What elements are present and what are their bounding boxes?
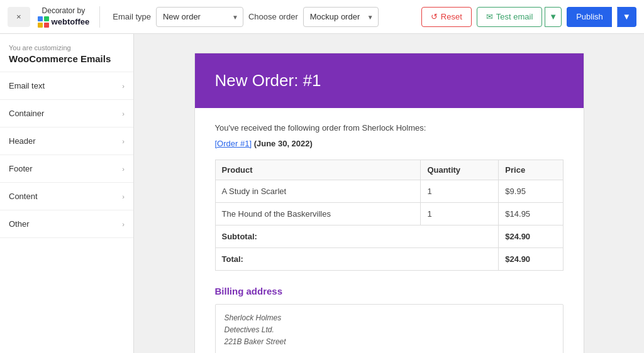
total-label: Total:: [215, 248, 499, 271]
billing-address-box: Sherlock HolmesDetectives Ltd.221B Baker…: [215, 304, 564, 353]
email-preview: New Order: #1 You've received the follow…: [194, 53, 584, 353]
topbar-controls: Email type New order Processing order Co…: [113, 7, 378, 27]
total-row: Total: $24.90: [215, 248, 563, 271]
sidebar-item-container[interactable]: Container ›: [0, 100, 133, 128]
email-type-select[interactable]: New order Processing order Completed ord…: [156, 7, 243, 27]
test-email-label: Test email: [496, 12, 533, 21]
email-type-select-wrapper: New order Processing order Completed ord…: [156, 7, 243, 27]
billing-title: Billing address: [215, 286, 564, 296]
billing-address: Sherlock HolmesDetectives Ltd.221B Baker…: [225, 313, 286, 346]
topbar: × Decorator by webtoffee Email type New …: [0, 0, 644, 34]
email-header-title: New Order: #1: [215, 71, 564, 90]
chevron-right-icon: ›: [122, 110, 125, 117]
reset-icon: [431, 12, 438, 21]
chevron-right-icon: ›: [122, 82, 125, 90]
sidebar-title: WooCommerce Emails: [9, 53, 125, 64]
sidebar-item-container-label: Container: [9, 109, 44, 118]
cell-product: A Study in Scarlet: [215, 180, 421, 203]
subtotal-label: Subtotal:: [215, 225, 499, 248]
close-button[interactable]: ×: [8, 7, 30, 27]
table-row: A Study in Scarlet 1 $9.95: [215, 180, 563, 203]
publish-dropdown-button[interactable]: ▼: [617, 7, 636, 27]
cell-quantity: 1: [421, 180, 499, 203]
choose-order-select[interactable]: Mockup order: [303, 7, 379, 27]
table-header-quantity: Quantity: [421, 160, 499, 180]
sidebar-subtitle: You are customizing: [9, 44, 125, 52]
cell-quantity: 1: [421, 203, 499, 225]
sidebar-item-footer[interactable]: Footer ›: [0, 155, 133, 183]
chevron-right-icon: ›: [122, 138, 125, 145]
order-date: (June 30, 2022): [254, 139, 313, 148]
test-email-button[interactable]: Test email: [477, 7, 543, 27]
sidebar-item-other-label: Other: [9, 219, 30, 229]
logo-icon: [38, 16, 49, 28]
subtotal-row: Subtotal: $24.90: [215, 225, 563, 248]
choose-order-select-wrapper: Mockup order ▼: [303, 7, 379, 27]
email-header-banner: New Order: #1: [195, 53, 584, 108]
brand: Decorator by webtoffee: [38, 6, 101, 28]
sidebar-item-content[interactable]: Content ›: [0, 183, 133, 210]
chevron-right-icon: ›: [122, 165, 125, 173]
subtotal-value: $24.90: [499, 225, 563, 248]
table-header-price: Price: [499, 160, 563, 180]
brand-logo: webtoffee: [38, 16, 90, 28]
email-type-label: Email type: [113, 12, 151, 21]
topbar-right: Reset Test email ▼ Publish ▼: [421, 7, 636, 27]
email-greeting: You've received the following order from…: [215, 123, 564, 133]
order-table: Product Quantity Price A Study in Scarle…: [215, 160, 564, 271]
sidebar: You are customizing WooCommerce Emails E…: [0, 34, 134, 353]
sidebar-item-other[interactable]: Other ›: [0, 210, 133, 238]
order-link[interactable]: [Order #1]: [215, 139, 252, 148]
brand-title: Decorator by: [42, 6, 86, 15]
email-order-link: [Order #1] (June 30, 2022): [215, 139, 564, 148]
reset-button[interactable]: Reset: [421, 7, 472, 27]
cell-product: The Hound of the Baskervilles: [215, 203, 421, 225]
sidebar-item-header-label: Header: [9, 136, 36, 146]
publish-label: Publish: [576, 12, 603, 21]
sidebar-item-footer-label: Footer: [9, 164, 33, 173]
brand-name: webtoffee: [52, 17, 90, 26]
table-header-product: Product: [215, 160, 421, 180]
sidebar-item-email-text-label: Email text: [9, 81, 45, 90]
sidebar-item-content-label: Content: [9, 192, 38, 201]
publish-arrow-icon: ▼: [623, 12, 631, 21]
sidebar-item-header[interactable]: Header ›: [0, 128, 133, 155]
table-row: The Hound of the Baskervilles 1 $14.95: [215, 203, 563, 225]
chevron-right-icon: ›: [122, 220, 125, 228]
publish-button[interactable]: Publish: [567, 7, 612, 27]
cell-price: $14.95: [499, 203, 563, 225]
email-body: You've received the following order from…: [195, 108, 584, 353]
sidebar-item-email-text[interactable]: Email text ›: [0, 72, 133, 100]
email-icon: [486, 12, 493, 21]
sidebar-header: You are customizing WooCommerce Emails: [0, 34, 133, 72]
main-layout: You are customizing WooCommerce Emails E…: [0, 34, 644, 353]
total-value: $24.90: [499, 248, 563, 271]
content-area: New Order: #1 You've received the follow…: [134, 34, 644, 353]
reset-label: Reset: [441, 12, 462, 21]
choose-order-label: Choose order: [248, 12, 298, 21]
test-email-chevron-icon[interactable]: ▼: [545, 7, 562, 27]
chevron-right-icon: ›: [122, 193, 125, 200]
cell-price: $9.95: [499, 180, 563, 203]
sidebar-menu: Email text › Container › Header › Footer…: [0, 72, 133, 353]
